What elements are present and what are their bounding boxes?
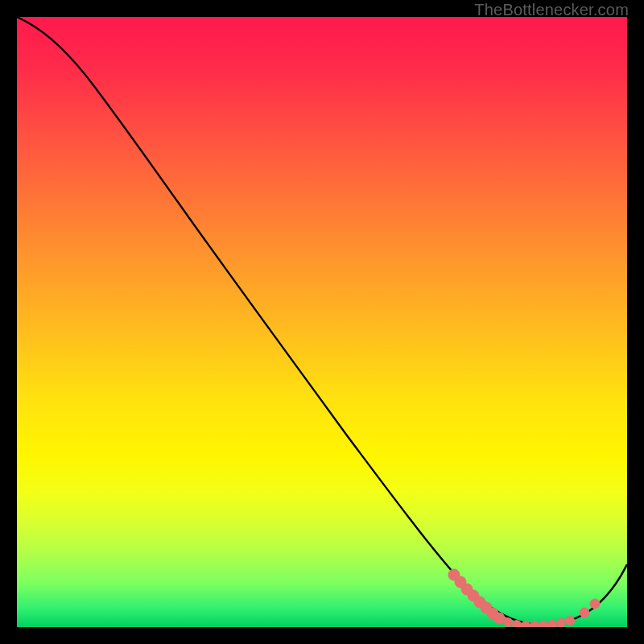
- svg-point-9: [513, 621, 522, 628]
- bottleneck-curve: [17, 17, 627, 627]
- curve-path: [17, 17, 627, 625]
- svg-point-13: [548, 621, 557, 628]
- svg-point-15: [566, 617, 575, 625]
- svg-point-3: [468, 590, 479, 601]
- svg-point-8: [504, 618, 513, 627]
- svg-point-11: [530, 621, 539, 628]
- svg-point-2: [461, 584, 473, 595]
- svg-point-4: [474, 597, 485, 608]
- marker-group: [448, 569, 600, 627]
- svg-point-10: [522, 621, 530, 628]
- svg-point-1: [455, 576, 466, 588]
- svg-point-0: [448, 569, 460, 580]
- svg-point-14: [557, 619, 566, 628]
- chart-frame: TheBottlenecker.com: [0, 0, 644, 644]
- svg-point-6: [487, 608, 498, 619]
- svg-point-12: [539, 621, 548, 628]
- svg-point-5: [481, 602, 492, 613]
- svg-point-17: [590, 599, 600, 609]
- branding-watermark: TheBottlenecker.com: [474, 1, 629, 19]
- svg-point-16: [580, 608, 589, 617]
- svg-point-7: [493, 613, 505, 624]
- plot-area: [17, 17, 627, 627]
